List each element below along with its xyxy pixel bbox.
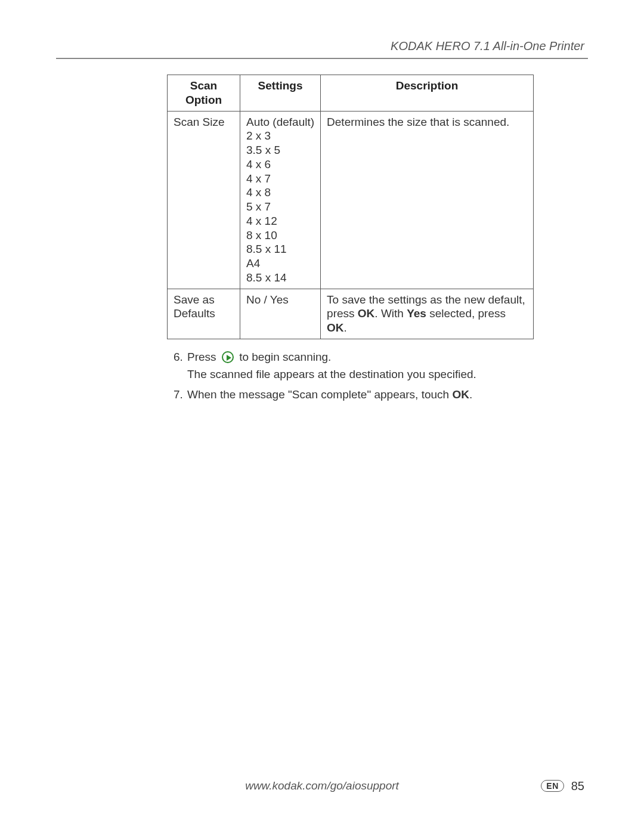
cell-settings: Auto (default) 2 x 3 3.5 x 5 4 x 6 4 x 7…	[240, 111, 321, 289]
cell-settings: No / Yes	[240, 289, 321, 339]
desc-text: .	[344, 321, 347, 334]
page-footer: www.kodak.com/go/aiosupport EN 85	[56, 779, 588, 792]
footer-url: www.kodak.com/go/aiosupport	[245, 779, 399, 792]
setting-value: 4 x 7	[246, 172, 314, 186]
step-text: When the message "Scan complete" appears…	[187, 388, 452, 401]
table-header-row: Scan Option Settings Description	[168, 75, 534, 112]
table-row: Scan Size Auto (default) 2 x 3 3.5 x 5 4…	[168, 111, 534, 289]
col-header-settings: Settings	[240, 75, 321, 112]
setting-value: 4 x 6	[246, 157, 314, 172]
play-icon	[222, 351, 234, 363]
setting-value: 4 x 12	[246, 214, 314, 228]
yes-label: Yes	[407, 307, 426, 320]
cell-description: To save the settings as the new default,…	[321, 289, 534, 339]
desc-text: . With	[374, 307, 407, 320]
step-7: When the message "Scan complete" appears…	[186, 386, 588, 403]
step-6: Press to begin scanning. The scanned fil…	[186, 349, 588, 383]
step-subtext: The scanned file appears at the destinat…	[187, 366, 588, 383]
setting-value: 5 x 7	[246, 200, 314, 214]
table-row: Save as Defaults No / Yes To save the se…	[168, 289, 534, 339]
language-badge: EN	[541, 780, 564, 792]
setting-value: 8.5 x 11	[246, 242, 314, 256]
col-header-description: Description	[321, 75, 534, 112]
header-rule	[56, 58, 588, 59]
scan-options-table: Scan Option Settings Description Scan Si…	[167, 75, 534, 339]
cell-description: Determines the size that is scanned.	[321, 111, 534, 289]
setting-value: 8.5 x 14	[246, 271, 314, 285]
ok-label: OK	[327, 321, 344, 334]
ok-label: OK	[358, 307, 375, 320]
col-header-option: Scan Option	[168, 75, 240, 112]
page-header-title: KODAK HERO 7.1 All-in-One Printer	[56, 39, 584, 58]
setting-value: 3.5 x 5	[246, 143, 314, 157]
ok-label: OK	[452, 388, 469, 401]
setting-value: Auto (default)	[246, 115, 314, 129]
cell-option: Scan Size	[168, 111, 240, 289]
step-text: Press	[187, 351, 219, 363]
setting-value: A4	[246, 256, 314, 271]
setting-value: 4 x 8	[246, 185, 314, 200]
desc-text: selected, press	[426, 307, 506, 320]
step-text: .	[469, 388, 472, 401]
step-text: to begin scanning.	[239, 351, 331, 363]
steps-list: Press to begin scanning. The scanned fil…	[167, 349, 588, 403]
page-number: 85	[571, 779, 584, 793]
cell-option: Save as Defaults	[168, 289, 240, 339]
setting-value: 8 x 10	[246, 228, 314, 243]
setting-value: 2 x 3	[246, 129, 314, 143]
